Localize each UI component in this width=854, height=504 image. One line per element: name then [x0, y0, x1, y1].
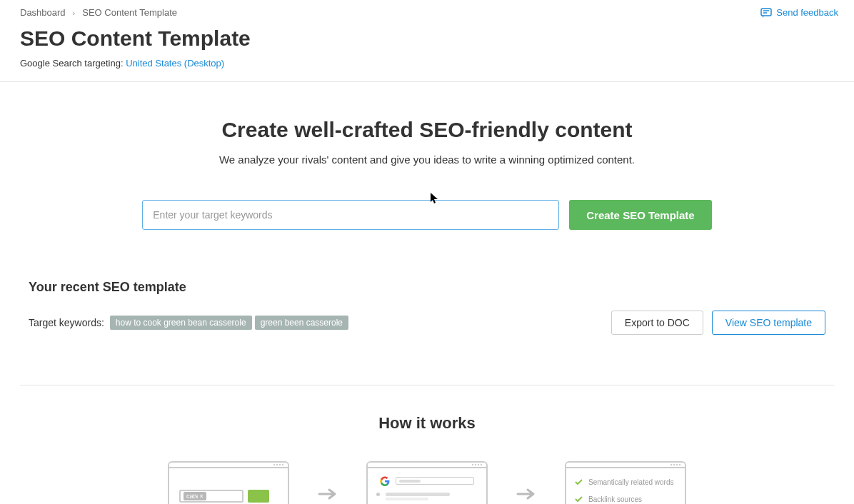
- keyword-tag: green been casserole: [255, 316, 348, 330]
- export-doc-button[interactable]: Export to DOC: [611, 311, 703, 335]
- arrow-right-icon: [318, 487, 338, 504]
- feature-text: Semantically related words: [588, 478, 674, 486]
- close-icon: ×: [200, 493, 204, 500]
- hero-subtitle: We analyze your rivals' content and give…: [20, 153, 834, 166]
- how-it-works-heading: How it works: [20, 414, 834, 433]
- breadcrumb: Dashboard › SEO Content Template: [20, 7, 834, 18]
- send-feedback-link[interactable]: Send feedback: [760, 7, 838, 18]
- feedback-label: Send feedback: [776, 7, 838, 18]
- check-icon: [575, 493, 583, 504]
- create-template-button[interactable]: Create SEO Template: [569, 200, 711, 230]
- keyword-tag: how to cook green bean casserole: [110, 316, 252, 330]
- sample-button-icon: [248, 490, 269, 503]
- recent-heading: Your recent SEO template: [29, 280, 825, 295]
- targeting-info: Google Search targeting: United States (…: [20, 58, 834, 69]
- divider: [20, 385, 834, 385]
- step-2-illustration: [366, 461, 488, 504]
- step-1-illustration: cats×: [168, 461, 289, 504]
- feedback-icon: [760, 8, 772, 18]
- breadcrumb-current: SEO Content Template: [82, 7, 177, 18]
- step-3-illustration: Semantically related words Backlink sour…: [565, 461, 686, 504]
- view-template-button[interactable]: View SEO template: [712, 311, 825, 335]
- check-icon: [575, 475, 583, 488]
- target-keywords-label: Target keywords:: [29, 317, 104, 328]
- chevron-right-icon: ›: [73, 9, 76, 17]
- arrow-right-icon: [516, 487, 536, 504]
- search-bar-icon: [396, 477, 474, 485]
- google-logo-icon: [380, 476, 390, 486]
- keywords-input[interactable]: [142, 200, 559, 230]
- feature-text: Backlink sources: [588, 495, 642, 503]
- svg-rect-0: [761, 9, 771, 16]
- breadcrumb-root[interactable]: Dashboard: [20, 7, 66, 18]
- page-title: SEO Content Template: [20, 26, 834, 51]
- hero-title: Create well-crafted SEO-friendly content: [20, 118, 834, 142]
- sample-chip: cats×: [184, 492, 206, 500]
- targeting-prefix: Google Search targeting:: [20, 58, 126, 69]
- targeting-link[interactable]: United States (Desktop): [126, 58, 224, 69]
